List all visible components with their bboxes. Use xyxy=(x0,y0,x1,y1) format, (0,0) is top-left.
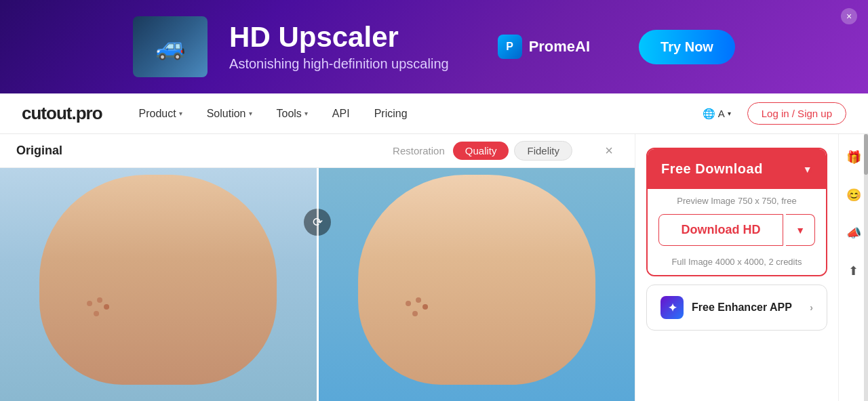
comparison-header: Original Restoration Quality Fidelity × xyxy=(0,134,635,168)
ad-car-image xyxy=(133,16,208,77)
nav-item-solution[interactable]: Solution ▾ xyxy=(197,104,262,124)
avatar-icon[interactable]: 😊 xyxy=(842,183,866,207)
download-hd-row: Download HD ▼ xyxy=(648,210,826,257)
nav-item-pricing[interactable]: Pricing xyxy=(365,104,417,124)
comparison-tabs: Restoration Quality Fidelity xyxy=(393,141,572,161)
ad-close-button[interactable]: × xyxy=(841,8,857,24)
download-sidebar: Free Download ▼ Preview Image 750 x 750,… xyxy=(635,134,838,401)
solution-chevron-icon: ▾ xyxy=(249,110,252,117)
upload-icon[interactable]: ⬆ xyxy=(842,259,866,283)
enhancer-app-icon: ✦ xyxy=(660,296,684,319)
free-download-chevron-icon: ▼ xyxy=(803,164,812,175)
download-section: Free Download ▼ Preview Image 750 x 750,… xyxy=(646,148,827,276)
download-hd-button[interactable]: Download HD xyxy=(658,214,783,246)
promeai-name: PromeAI xyxy=(529,38,590,56)
ad-brand: P PromeAI xyxy=(498,35,590,59)
image-panel: Original Restoration Quality Fidelity × … xyxy=(0,134,635,401)
product-chevron-icon: ▾ xyxy=(179,110,182,117)
download-hd-chevron-button[interactable]: ▼ xyxy=(786,214,815,246)
quality-tab[interactable]: Quality xyxy=(453,142,509,160)
enhancer-app-button[interactable]: ✦ Free Enhancer APP › xyxy=(646,284,827,331)
gift-icon[interactable]: 🎁 xyxy=(842,145,866,169)
original-image xyxy=(0,168,317,401)
restoration-label: Restoration xyxy=(393,145,445,156)
original-label: Original xyxy=(16,144,62,158)
promeai-logo: P xyxy=(498,35,522,59)
translate-icon: 🌐 xyxy=(703,108,715,120)
language-button[interactable]: 🌐 A ▾ xyxy=(697,105,736,123)
scrollbar-thumb[interactable] xyxy=(864,134,868,175)
preview-image-label: Preview Image 750 x 750, free xyxy=(648,189,826,210)
site-logo[interactable]: cutout.pro xyxy=(22,103,102,124)
nav-item-api[interactable]: API xyxy=(323,104,359,124)
ad-subtitle: Astonishing high-definition upscaling xyxy=(229,56,449,72)
full-image-label: Full Image 4000 x 4000, 2 credits xyxy=(648,257,826,275)
free-download-button[interactable]: Free Download ▼ xyxy=(648,149,826,189)
login-signup-button[interactable]: Log in / Sign up xyxy=(747,102,846,125)
navbar: cutout.pro Product ▾ Solution ▾ Tools ▾ … xyxy=(0,93,868,134)
comparison-close-button[interactable]: × xyxy=(599,142,618,161)
nav-right: 🌐 A ▾ Log in / Sign up xyxy=(697,102,846,125)
scrollbar-track[interactable] xyxy=(864,134,868,401)
images-area: ⟳ xyxy=(0,168,635,401)
nav-item-tools[interactable]: Tools ▾ xyxy=(267,104,317,124)
notification-icon[interactable]: 📣 xyxy=(842,221,866,245)
try-now-button[interactable]: Try Now xyxy=(639,30,735,64)
main-content: Original Restoration Quality Fidelity × … xyxy=(0,134,868,401)
nav-links: Product ▾ Solution ▾ Tools ▾ API Pricing xyxy=(130,104,697,124)
comparison-divider xyxy=(317,168,319,401)
nav-item-product[interactable]: Product ▾ xyxy=(130,104,192,124)
ad-banner: HD Upscaler Astonishing high-definition … xyxy=(0,0,868,93)
enhancer-chevron-icon: › xyxy=(810,302,813,313)
ad-title: HD Upscaler xyxy=(229,22,449,53)
fidelity-tab[interactable]: Fidelity xyxy=(514,141,572,161)
tools-chevron-icon: ▾ xyxy=(304,110,308,117)
lang-chevron-icon: ▾ xyxy=(728,110,731,117)
ad-text-block: HD Upscaler Astonishing high-definition … xyxy=(229,22,449,71)
enhanced-image xyxy=(319,168,635,401)
